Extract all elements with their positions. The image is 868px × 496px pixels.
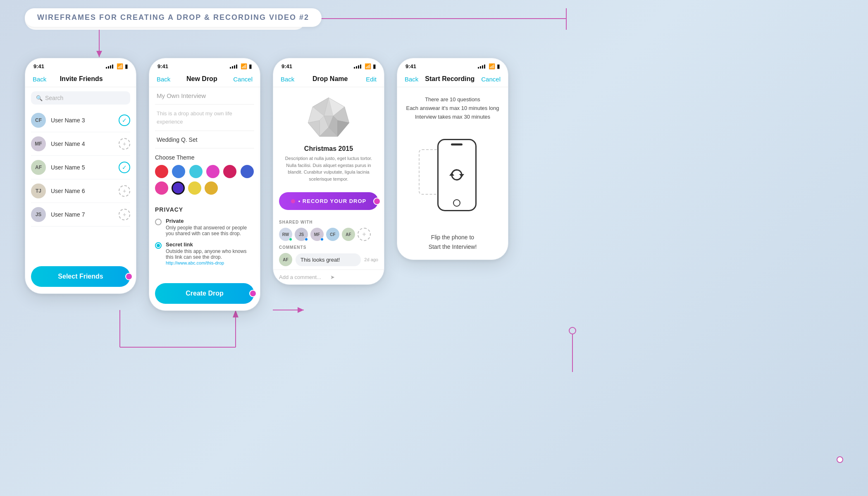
phone-2-new-drop: 9:41 📶 ▮ Back New Drop Cancel: [149, 58, 260, 311]
list-item[interactable]: TJ User Name 6 +: [31, 179, 130, 203]
status-time-4: 9:41: [405, 63, 416, 69]
nav-back-2[interactable]: Back: [157, 76, 170, 83]
status-time-1: 9:41: [33, 63, 44, 69]
avatar: TJ: [31, 184, 46, 198]
comments-section: COMMENTS AF This looks great! 2d ago: [273, 245, 384, 266]
color-option-selected[interactable]: [172, 181, 185, 195]
privacy-option-private[interactable]: Private Only people that answered or peo…: [155, 218, 254, 236]
phone-4-start-recording: 9:41 📶 ▮ Back Start Recording Cancel: [397, 58, 508, 260]
privacy-link[interactable]: http://www.abc.com/this-drop: [166, 260, 224, 265]
avatar-cf: CF: [326, 228, 339, 241]
nav-bar-1: Back Invite Friends: [25, 73, 136, 87]
avatar-js: JS: [295, 228, 308, 241]
color-option[interactable]: [189, 165, 203, 178]
select-friends-button[interactable]: Select Friends: [31, 266, 130, 287]
privacy-section: PRIVACY Private Only people that answere…: [149, 200, 260, 277]
create-drop-button[interactable]: Create Drop: [155, 283, 254, 304]
rotate-icon: [448, 167, 465, 183]
color-option[interactable]: [206, 165, 219, 178]
nav-title-2: New Drop: [186, 75, 217, 83]
color-grid-row2: [155, 181, 254, 195]
color-option[interactable]: [188, 181, 201, 195]
color-option[interactable]: [155, 165, 168, 178]
color-option[interactable]: [223, 165, 236, 178]
check-selected-icon[interactable]: ✓: [119, 162, 130, 173]
drop-title-input[interactable]: My Own Interview: [155, 87, 254, 105]
list-item[interactable]: MF User Name 4 +: [31, 132, 130, 156]
nav-back-4[interactable]: Back: [405, 76, 418, 83]
shared-avatars: RW JS MF CF: [279, 228, 378, 241]
flow-dot-2: [249, 290, 257, 297]
recording-info: There are 10 questions Each answear it's…: [397, 87, 508, 125]
nav-back-1[interactable]: Back: [33, 76, 46, 83]
drop-title: Christmas 2015: [304, 145, 353, 153]
nav-edit-3[interactable]: Edit: [366, 76, 377, 83]
battery-icon: ▮: [125, 63, 128, 69]
signal-icon-4: [478, 64, 485, 69]
svg-marker-27: [459, 174, 464, 177]
nav-title-4: Start Recording: [425, 75, 475, 83]
search-bar[interactable]: 🔍 Search: [31, 91, 130, 105]
record-indicator: [291, 199, 295, 203]
comment-time: 2d ago: [364, 257, 378, 262]
color-option[interactable]: [155, 181, 168, 195]
avatar: AF: [31, 160, 46, 175]
corner-dot: [837, 456, 843, 463]
nav-back-3[interactable]: Back: [281, 76, 294, 83]
signal-icon: [106, 64, 113, 69]
battery-icon-2: ▮: [249, 63, 252, 69]
question-set-field[interactable]: Wedding Q. Set: [155, 131, 254, 148]
nav-bar-3: Back Drop Name Edit: [273, 73, 384, 87]
check-empty-icon[interactable]: +: [119, 138, 130, 150]
nav-cancel-4[interactable]: Cancel: [481, 76, 501, 83]
list-item[interactable]: JS User Name 7 +: [31, 203, 130, 227]
nav-cancel-2[interactable]: Cancel: [233, 76, 253, 83]
page-title: WIREFRAMES FOR CREATING A DROP & RECORDI…: [37, 13, 309, 21]
phone-illustration: [397, 125, 508, 224]
phone-outline: [437, 139, 477, 211]
svg-marker-14: [96, 51, 102, 57]
flow-dot-3: [373, 198, 381, 205]
comment-avatar: AF: [279, 253, 292, 266]
radio-secret[interactable]: [155, 242, 162, 249]
signal-icon-3: [354, 64, 361, 69]
theme-label: Choose Theme: [155, 154, 254, 161]
user-name: User Name 5: [51, 164, 114, 171]
online-dot: [289, 238, 292, 241]
status-icons-3: 📶 ▮: [354, 63, 376, 69]
radio-private[interactable]: [155, 219, 162, 225]
battery-icon-4: ▮: [497, 63, 500, 69]
privacy-secret-desc: Outside this app, anyone who knows this …: [166, 248, 246, 260]
svg-marker-25: [308, 121, 320, 137]
info-line-3: Interview takes max 30 minutes: [405, 113, 500, 122]
flip-line-1: Flip the phone to: [405, 233, 500, 242]
status-bar-1: 9:41 📶 ▮: [25, 58, 136, 73]
comment-input-area[interactable]: Add a comment... ➤: [273, 269, 384, 284]
add-shared-user-button[interactable]: +: [358, 228, 371, 241]
color-option[interactable]: [172, 165, 185, 178]
send-icon[interactable]: ➤: [330, 274, 378, 280]
list-item[interactable]: AF User Name 5 ✓: [31, 156, 130, 179]
list-item[interactable]: CF User Name 3 ✓: [31, 109, 130, 132]
avatar-mf: MF: [310, 228, 324, 241]
privacy-option-secret[interactable]: Secret link Outside this app, anyone who…: [155, 241, 254, 266]
shared-section: SHARED WITH RW JS MF: [273, 216, 384, 245]
wifi-icon-3: 📶: [365, 63, 371, 69]
drop-desc-input[interactable]: This is a drop about my own life experie…: [155, 105, 254, 131]
color-option[interactable]: [241, 165, 254, 178]
record-drop-button[interactable]: • RECORD YOUR DROP: [279, 192, 378, 210]
nav-bar-4: Back Start Recording Cancel: [397, 73, 508, 87]
online-dot: [305, 238, 308, 241]
svg-marker-6: [233, 310, 238, 317]
nav-bar-2: Back New Drop Cancel: [149, 73, 260, 87]
check-selected-icon[interactable]: ✓: [119, 114, 130, 126]
color-option[interactable]: [205, 181, 218, 195]
wifi-icon-4: 📶: [489, 63, 495, 69]
user-name: User Name 3: [51, 117, 114, 124]
info-line-2: Each answear it's max 10 minutes long: [405, 104, 500, 113]
drop-gem-image: [306, 95, 351, 141]
status-icons-4: 📶 ▮: [478, 63, 500, 69]
check-empty-icon[interactable]: +: [119, 185, 130, 197]
check-empty-icon[interactable]: +: [119, 209, 130, 220]
comments-label: COMMENTS: [279, 245, 378, 250]
